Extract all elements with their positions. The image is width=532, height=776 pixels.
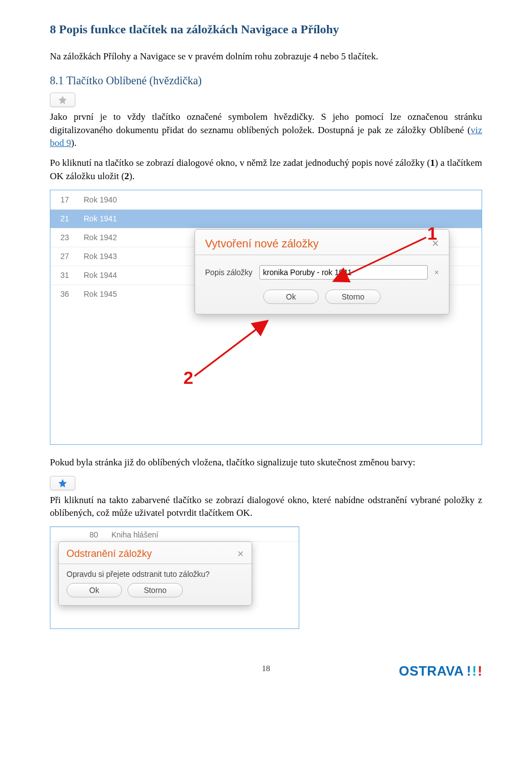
- list-item: 17 Rok 1940: [50, 190, 482, 209]
- star-icon-button-blue: [50, 476, 75, 490]
- paragraph-3: Po kliknutí na tlačítko se zobrazí dialo…: [50, 156, 482, 183]
- heading-8: 8 Popis funkce tlačítek na záložkách Nav…: [50, 22, 482, 37]
- marker-ref-2: 2: [125, 171, 130, 181]
- close-icon[interactable]: ×: [237, 547, 244, 560]
- paragraph-2a: Jako první je to vždy tlačítko označené …: [50, 111, 482, 135]
- ostrava-logo: OSTRAVA !!!: [399, 663, 482, 679]
- row-label: Rok 1941: [84, 214, 482, 223]
- list-item-selected: 21 Rok 1941: [50, 209, 482, 228]
- figure-create-bookmark: 17 Rok 1940 21 Rok 1941 23 Rok 1942 27 R…: [50, 190, 482, 445]
- dialog-title: Vytvoření nové záložky: [205, 237, 319, 250]
- list-item: 80 Kniha hlášení: [50, 527, 299, 541]
- ok-button[interactable]: Ok: [263, 290, 319, 304]
- row-num: 17: [50, 195, 84, 204]
- row-num: 31: [50, 271, 84, 280]
- paragraph-2: Jako první je to vždy tlačítko označené …: [50, 110, 482, 150]
- page-number: 18: [262, 664, 270, 673]
- row-num: 80: [50, 530, 111, 539]
- marker-ref-1: 1: [430, 158, 435, 168]
- paragraph-4: Pokud byla stránka již do oblíbených vlo…: [50, 456, 482, 469]
- dialog-title: Odstranění záložky: [66, 548, 152, 560]
- row-num: 36: [50, 290, 84, 298]
- row-label: Rok 1940: [84, 195, 482, 204]
- dialog-create-bookmark: Vytvoření nové záložky × Popis záložky ×…: [195, 229, 449, 315]
- bookmark-name-input[interactable]: [259, 265, 428, 280]
- field-label: Popis záložky: [205, 268, 253, 277]
- figure-remove-bookmark: 80 Kniha hlášení ka Odstranění záložky ×…: [50, 526, 299, 629]
- dialog-body-text: Opravdu si přejete odstranit tuto záložk…: [59, 564, 252, 579]
- logo-text: OSTRAVA: [399, 663, 464, 679]
- dialog-remove-bookmark: Odstranění záložky × Opravdu si přejete …: [58, 541, 252, 606]
- row-num: 23: [50, 233, 84, 242]
- paragraph-3c: ).: [129, 171, 135, 181]
- annotation-marker-1: 1: [427, 224, 437, 244]
- row-num: 27: [50, 252, 84, 261]
- row-label: Kniha hlášení: [111, 530, 299, 539]
- logo-exclamations: !!!: [467, 663, 482, 679]
- star-icon: [58, 478, 68, 488]
- svg-line-1: [195, 328, 258, 376]
- ok-button[interactable]: Ok: [66, 583, 122, 597]
- paragraph-intro: Na záložkách Přílohy a Navigace se v pra…: [50, 50, 482, 63]
- star-icon-button-gray: [50, 93, 75, 107]
- star-icon: [58, 95, 68, 105]
- paragraph-2b: ).: [71, 138, 76, 148]
- annotation-marker-2: 2: [183, 368, 193, 388]
- row-num: 21: [50, 214, 84, 223]
- paragraph-5: Při kliknutí na takto zabarvené tlačítko…: [50, 494, 482, 520]
- heading-8-1: 8.1 Tlačítko Oblíbené (hvězdička): [50, 74, 482, 87]
- cancel-button[interactable]: Storno: [325, 290, 381, 304]
- paragraph-3a: Po kliknutí na tlačítko se zobrazí dialo…: [50, 158, 430, 168]
- cancel-button[interactable]: Storno: [127, 583, 183, 597]
- clear-icon[interactable]: ×: [434, 268, 439, 277]
